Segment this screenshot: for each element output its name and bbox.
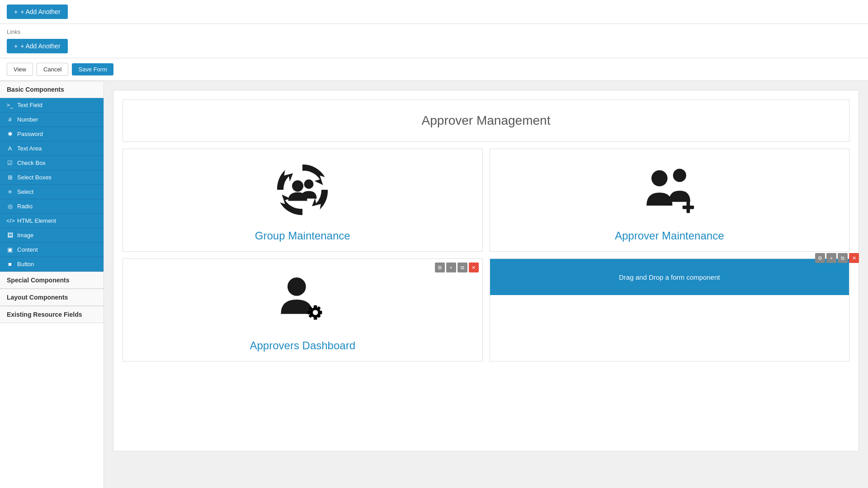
dashboard-gear-button[interactable]: ⚙ [435,263,445,272]
sidebar-item-text-field[interactable]: >_ Text Field [0,98,104,113]
right-delete-button[interactable]: ✕ [849,253,859,263]
cancel-button[interactable]: Cancel [37,63,68,76]
right-plus-button[interactable]: + [826,253,836,263]
sidebar-item-html-element[interactable]: </> HTML Element [0,214,104,228]
group-maintenance-card: Group Maintenance [123,149,483,252]
sidebar-item-select[interactable]: ≡ Select [0,185,104,199]
content-icon: ▣ [6,246,14,253]
basic-components-header[interactable]: Basic Components [0,81,104,98]
dashboard-delete-button[interactable]: ✕ [469,263,479,272]
top-bar: + + Add Another [0,0,868,24]
right-gear-button[interactable]: ⚙ [815,253,825,263]
html-element-icon: </> [6,217,14,224]
svg-rect-11 [308,311,311,314]
sidebar-item-text-area[interactable]: A Text Area [0,141,104,156]
main-layout: Basic Components >_ Text Field # Number … [0,81,868,488]
sidebar-item-password[interactable]: ✱ Password [0,127,104,141]
drag-drop-card[interactable]: Drag and Drop a form component [490,258,850,361]
text-field-icon: >_ [6,102,14,108]
svg-point-1 [304,179,314,189]
sidebar-item-check-box[interactable]: ☑ Check Box [0,156,104,170]
toolbar: View Cancel Save Form [0,58,868,81]
text-area-icon: A [6,145,14,152]
svg-point-3 [673,169,686,182]
sidebar-item-content[interactable]: ▣ Content [0,243,104,257]
sidebar-item-button[interactable]: ■ Button [0,257,104,272]
right-floating-controls: ⚙ + ⧉ ✕ [815,253,859,263]
right-edit-button[interactable]: ⧉ [838,253,848,263]
main-content: Approver Management [104,81,868,488]
approver-maintenance-card: Approver Maintenance [490,149,850,252]
sidebar-item-select-boxes[interactable]: ⊞ Select Boxes [0,170,104,185]
cards-grid: Group Maintenance [123,149,849,361]
sidebar: Basic Components >_ Text Field # Number … [0,81,104,488]
links-section: Links + + Add Another [0,24,868,58]
number-icon: # [6,116,14,123]
dashboard-card-controls: ⚙ + ⧉ ✕ [435,263,479,272]
image-icon: 🖼 [6,232,14,239]
sidebar-item-radio[interactable]: ◎ Radio [0,199,104,214]
plus-icon: + [14,8,18,15]
top-add-another-label: + Add Another [20,8,60,15]
sidebar-item-number[interactable]: # Number [0,113,104,127]
approvers-dashboard-card: ⚙ + ⧉ ✕ [123,258,483,361]
group-maintenance-icon [132,158,473,223]
approver-maintenance-icon [499,158,840,223]
links-add-another-button[interactable]: + + Add Another [7,39,68,53]
sidebar-item-image[interactable]: 🖼 Image [0,228,104,243]
links-add-another-label: + Add Another [20,42,60,50]
approvers-dashboard-icon [132,268,473,333]
form-title: Approver Management [123,99,849,142]
approvers-dashboard-title: Approvers Dashboard [132,339,473,352]
svg-point-2 [651,170,668,187]
existing-resource-fields-header[interactable]: Existing Resource Fields [0,306,104,323]
layout-components-header[interactable]: Layout Components [0,289,104,306]
svg-point-8 [313,310,318,315]
svg-rect-12 [319,311,322,314]
check-box-icon: ☑ [6,160,14,166]
form-canvas: Approver Management [113,90,859,451]
drag-drop-area[interactable]: Drag and Drop a form component [490,259,849,295]
svg-rect-10 [314,316,317,320]
svg-rect-9 [314,305,317,309]
button-icon: ■ [6,261,14,267]
select-icon: ≡ [6,188,14,195]
save-form-button[interactable]: Save Form [72,63,113,75]
links-label: Links [7,28,861,35]
radio-icon: ◎ [6,203,14,210]
svg-point-6 [288,277,306,296]
view-button[interactable]: View [7,63,33,76]
approver-maintenance-title: Approver Maintenance [499,230,840,242]
group-maintenance-title: Group Maintenance [132,230,473,242]
select-boxes-icon: ⊞ [6,174,14,181]
top-add-another-button[interactable]: + + Add Another [7,5,68,19]
dashboard-edit-button[interactable]: ⧉ [458,263,467,272]
dashboard-plus-button[interactable]: + [446,263,456,272]
password-icon: ✱ [6,131,14,137]
svg-point-0 [292,180,303,192]
svg-rect-5 [686,202,690,213]
plus-icon-2: + [14,42,18,50]
special-components-header[interactable]: Special Components [0,272,104,289]
